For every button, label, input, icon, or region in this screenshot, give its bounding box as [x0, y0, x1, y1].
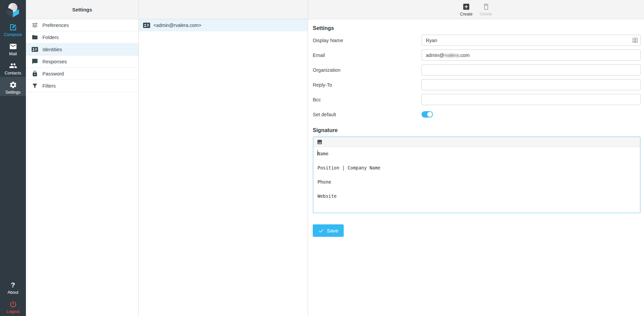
email-row: Email admin@rvalera.com	[313, 50, 641, 61]
identities-panel: <admin@rvalera.com>	[139, 0, 308, 316]
image-icon	[317, 139, 323, 145]
folder-icon	[32, 34, 38, 40]
display-name-row: Display Name	[313, 35, 641, 46]
reply-to-input[interactable]	[421, 79, 641, 90]
save-button[interactable]: Save	[313, 224, 344, 237]
menu-item-password[interactable]: Password	[26, 68, 138, 80]
checkmark-icon	[318, 228, 324, 234]
display-name-input[interactable]	[421, 35, 641, 46]
task-about[interactable]: ? About	[0, 277, 26, 296]
bcc-label: Bcc	[313, 97, 421, 102]
identities-toolbar: Create Delete	[308, 0, 644, 19]
delete-button-label: Delete	[480, 12, 492, 17]
app-window: Compose Mail Contacts Settings ? About	[0, 0, 644, 316]
menu-item-label: Password	[42, 71, 64, 76]
add-box-icon	[462, 3, 470, 11]
organization-row: Organization	[313, 64, 641, 75]
contacts-icon	[9, 62, 17, 70]
organization-label: Organization	[313, 67, 421, 73]
task-compose[interactable]: Compose	[0, 19, 26, 38]
task-menu: Compose Mail Contacts Settings ? About	[0, 0, 26, 316]
menu-item-folders[interactable]: Folders	[26, 31, 138, 43]
delete-button[interactable]: Delete	[480, 3, 492, 17]
set-default-toggle[interactable]	[421, 111, 433, 118]
mail-icon	[9, 42, 17, 51]
save-button-label: Save	[327, 228, 338, 233]
settings-menu-panel: Settings Preferences Folders	[26, 0, 139, 316]
identity-form: Settings Display Name Email admin@rvaler…	[308, 19, 644, 237]
create-button-label: Create	[460, 12, 473, 17]
reply-to-row: Reply-To	[313, 79, 641, 90]
organization-input[interactable]	[421, 64, 641, 75]
bcc-row: Bcc	[313, 94, 641, 105]
task-settings-label: Settings	[5, 90, 21, 95]
text-cursor	[317, 150, 318, 156]
task-mail[interactable]: Mail	[0, 38, 26, 58]
tune-icon	[32, 22, 38, 28]
menu-item-identities[interactable]: Identities	[26, 43, 138, 56]
identity-row[interactable]: <admin@rvalera.com>	[139, 19, 308, 31]
menu-item-responses[interactable]: Responses	[26, 56, 138, 68]
set-default-label: Set default	[313, 112, 421, 117]
form-section-title: Settings	[313, 25, 641, 31]
signature-section-title: Signature	[313, 127, 641, 133]
bcc-input[interactable]	[421, 94, 641, 105]
identity-form-pane: Create Delete Settings Display Name	[308, 0, 644, 316]
power-icon	[9, 300, 17, 308]
create-button[interactable]: Create	[460, 3, 473, 17]
speech-bubble-icon	[32, 58, 38, 65]
compose-icon	[9, 23, 17, 31]
id-card-icon	[32, 46, 38, 53]
set-default-row: Set default	[313, 111, 641, 118]
insert-image-button[interactable]	[317, 139, 323, 145]
menu-item-label: Folders	[42, 35, 59, 40]
reply-to-label: Reply-To	[313, 82, 421, 88]
signature-editor-toolbar	[313, 137, 640, 147]
task-mail-label: Mail	[9, 52, 17, 56]
funnel-icon	[32, 83, 38, 89]
email-value-redacted: rvalera	[444, 53, 459, 58]
lock-icon	[32, 70, 38, 77]
menu-item-filters[interactable]: Filters	[26, 80, 138, 92]
id-card-icon	[143, 23, 150, 28]
identity-row-label: <admin@rvalera.com>	[154, 23, 201, 28]
email-value-prefix: admin@	[426, 53, 444, 58]
email-value-suffix: .com	[459, 53, 470, 58]
email-label: Email	[313, 53, 421, 58]
menu-item-label: Responses	[42, 59, 67, 64]
gear-icon	[9, 81, 17, 89]
task-settings[interactable]: Settings	[0, 77, 26, 96]
identities-header	[139, 0, 308, 19]
task-contacts[interactable]: Contacts	[0, 58, 26, 77]
signature-textarea[interactable]: Name Position | Company Name Phone Websi…	[313, 147, 640, 213]
autofill-icon[interactable]	[632, 37, 638, 43]
roundcube-logo[interactable]	[0, 0, 26, 19]
task-logout[interactable]: Logout	[0, 296, 26, 315]
toggle-knob	[427, 112, 432, 117]
email-input[interactable]: admin@rvalera.com	[421, 50, 641, 61]
settings-menu-header: Settings	[26, 0, 138, 19]
trash-icon	[482, 3, 490, 11]
task-logout-label: Logout	[6, 309, 19, 314]
menu-item-label: Preferences	[42, 23, 69, 28]
display-name-label: Display Name	[313, 38, 421, 43]
task-contacts-label: Contacts	[5, 71, 21, 75]
identities-list: <admin@rvalera.com>	[139, 19, 308, 31]
roundcube-logo-icon	[4, 2, 22, 18]
signature-text: Name Position | Company Name Phone Websi…	[317, 150, 636, 200]
menu-item-preferences[interactable]: Preferences	[26, 19, 138, 31]
task-about-label: About	[7, 290, 19, 295]
menu-item-label: Filters	[42, 83, 56, 89]
question-mark-icon: ?	[11, 281, 15, 289]
settings-menu-list: Preferences Folders Identities	[26, 19, 138, 92]
signature-editor: Name Position | Company Name Phone Websi…	[313, 136, 641, 213]
settings-menu-title: Settings	[72, 7, 92, 12]
task-compose-label: Compose	[4, 32, 22, 37]
menu-item-label: Identities	[42, 47, 62, 52]
